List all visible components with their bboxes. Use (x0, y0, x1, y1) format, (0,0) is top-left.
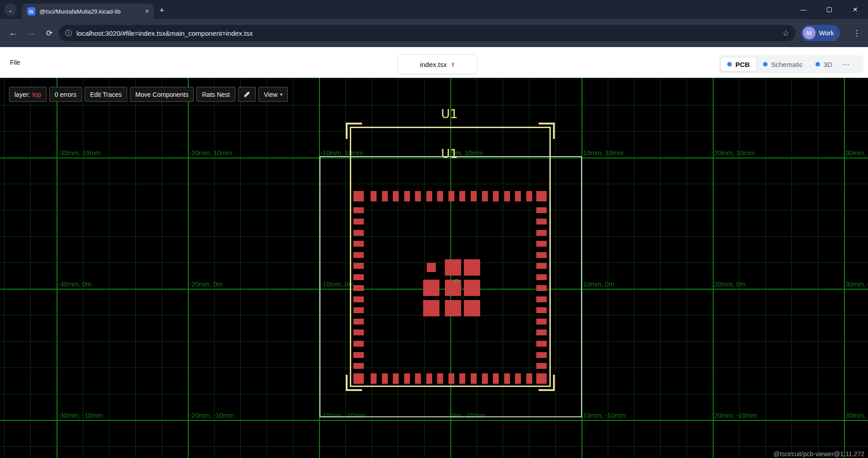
avatar: M (803, 27, 816, 39)
grid-coordinate-label: -30mm, -10mm (58, 411, 103, 419)
tab-3d[interactable]: 3D (809, 57, 839, 72)
dropdown-arrow-icon: ▾ (280, 92, 282, 97)
0-errors-button[interactable]: 0 errors (49, 87, 82, 102)
grid-coordinate-label: 20mm, -10mm (714, 411, 757, 419)
window-controls: — ✕ (791, 0, 868, 19)
silkscreen-corner-mark (539, 123, 555, 124)
profile-button[interactable]: M Work (801, 25, 840, 41)
3d-dot-icon (816, 62, 820, 67)
pcb-canvas[interactable]: layer: top 0 errorsEdit TracesMove Compo… (0, 78, 868, 458)
silkscreen-corner-mark (346, 123, 348, 139)
select-chevrons-icon: ▲▼ (451, 62, 455, 67)
silkscreen-corner-mark (553, 123, 555, 139)
reference-designator: U1 (441, 147, 458, 161)
reload-button[interactable]: ⟳ (42, 19, 57, 47)
restore-button[interactable] (816, 0, 842, 19)
net-label: n, (455, 277, 460, 284)
tab-schematic[interactable]: Schematic (757, 57, 809, 72)
silkscreen-corner-mark (346, 389, 362, 391)
forward-button[interactable]: → (24, 19, 39, 47)
more-views-button[interactable]: ⋯ (839, 60, 854, 69)
grid-coordinate-label: -20mm, -10mm (189, 411, 234, 419)
close-window-button[interactable]: ✕ (842, 0, 868, 19)
edit-silkscreen-button[interactable] (238, 87, 256, 102)
browser-window: ⌄ ts @tsci/MustafaMulla29.kicad-lib ✕ + … (0, 0, 868, 458)
restore-icon (827, 7, 832, 12)
file-select-value: index.tsx (420, 61, 447, 68)
navigation-bar: ← → ⟳ ⓘ localhost:3020/#file=index.tsx&m… (0, 19, 868, 47)
grid-coordinate-label: 30mm, -10mm (845, 411, 868, 419)
grid-coordinate-label: 10mm, 0m (583, 280, 614, 288)
pcb-dot-icon (727, 62, 732, 67)
back-button[interactable]: ← (5, 19, 21, 47)
tab-strip: ⌄ ts @tsci/MustafaMulla29.kicad-lib ✕ + … (0, 0, 868, 19)
file-menu[interactable]: File (10, 47, 20, 78)
edit-traces-button[interactable]: Edit Traces (85, 87, 127, 102)
view-menu-button[interactable]: View ▾ (258, 87, 288, 102)
layer-button[interactable]: layer: top (9, 87, 47, 102)
grid-coordinate-label: -30mm, 0m (58, 280, 91, 288)
grid-coordinate-label: 10mm, 10mm (583, 149, 624, 157)
url-text[interactable]: localhost:3020/#file=index.tsx&main_comp… (76, 29, 782, 37)
bookmark-star-icon[interactable]: ☆ (782, 29, 789, 38)
close-tab-icon[interactable]: ✕ (145, 8, 149, 14)
tab-search-button[interactable]: ⌄ (4, 4, 17, 16)
address-bar[interactable]: ⓘ localhost:3020/#file=index.tsx&main_co… (59, 25, 796, 41)
move-components-button[interactable]: Move Components (130, 87, 194, 102)
silkscreen-corner-mark (346, 375, 348, 391)
browser-menu-button[interactable]: ⋮ (850, 19, 863, 47)
silkscreen-corner-mark (539, 389, 555, 391)
rats-nest-button[interactable]: Rats Nest (196, 87, 235, 102)
grid-coordinate-label: 30mm, 0m (845, 280, 868, 288)
site-info-icon[interactable]: ⓘ (65, 29, 72, 38)
view-switcher: PCB Schematic 3D ⋯ (719, 55, 863, 73)
layer-value: top (32, 91, 41, 98)
grid-coordinate-label: 10mm, -10mm (583, 411, 625, 419)
app-toolbar: File index.tsx ▲▼ PCB Schematic 3D ⋯ (0, 47, 868, 78)
grid-coordinate-label: 20mm, 10mm (714, 149, 755, 157)
chevron-down-icon: ⌄ (8, 7, 13, 14)
reference-designator: U1 (441, 107, 458, 121)
tab-favicon: ts (27, 7, 35, 15)
new-tab-button[interactable]: + (159, 6, 164, 14)
grid-coordinate-label: -20mm, 10mm (189, 149, 232, 157)
grid-coordinate-label: -20mm, 0m (189, 280, 223, 288)
pencil-icon (243, 91, 250, 97)
viewer-version: @tscircuit/pcb-viewer@1.11.272 (773, 450, 864, 458)
silkscreen-outline (350, 127, 551, 387)
pcb-toolbar: layer: top 0 errorsEdit TracesMove Compo… (9, 87, 288, 102)
tab-title: @tsci/MustafaMulla29.kicad-lib (39, 8, 141, 15)
grid-coordinate-label: -30mm, 10mm (58, 149, 100, 157)
file-select[interactable]: index.tsx ▲▼ (397, 54, 477, 74)
grid-coordinate-label: 20mm, 0m (714, 280, 745, 288)
minimize-button[interactable]: — (791, 0, 816, 19)
tab-pcb[interactable]: PCB (720, 57, 757, 72)
schematic-dot-icon (763, 62, 768, 67)
silkscreen-corner-mark (553, 375, 555, 391)
browser-tab[interactable]: ts @tsci/MustafaMulla29.kicad-lib ✕ (22, 4, 154, 19)
grid-coordinate-label: 30mm, 10mm (845, 149, 868, 157)
silkscreen-corner-mark (346, 123, 362, 124)
profile-name: Work (819, 29, 834, 37)
